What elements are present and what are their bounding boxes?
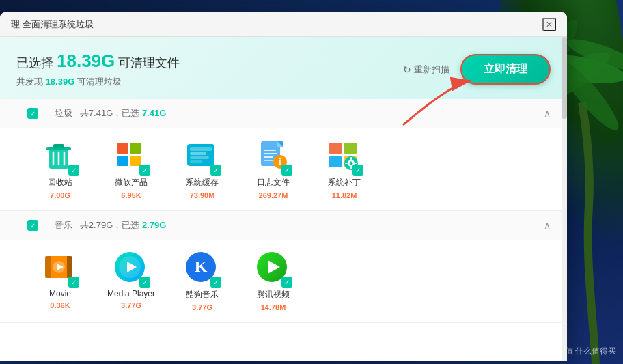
svg-text:K: K	[195, 257, 208, 275]
category-header-trash: ✓ 垃圾 共7.41G，已选 7.41G ∧	[0, 99, 567, 128]
item-name: 腾讯视频	[257, 289, 290, 300]
item-name: 微软产品	[115, 177, 148, 188]
item-size: 6.95K	[121, 191, 141, 199]
items-grid-music: ✓ Movie 0.36K	[0, 240, 567, 322]
list-item: i ✓ 日志文件 269.27M	[246, 139, 301, 199]
item-icon-log: i ✓	[255, 139, 291, 174]
cat-stats-music: 共2.79G，已选 2.79G	[80, 220, 166, 230]
svg-rect-20	[264, 150, 276, 151]
svg-rect-38	[45, 256, 51, 278]
watermark: 值 什么值得买	[565, 346, 616, 357]
svg-rect-36	[355, 163, 357, 164]
item-checkbox-movie[interactable]: ✓	[68, 277, 79, 288]
item-checkbox-kugou[interactable]: ✓	[210, 277, 221, 288]
category-checkbox[interactable]: ✓	[16, 108, 49, 119]
item-size: 11.82M	[332, 191, 357, 199]
item-size: 73.90M	[190, 191, 215, 199]
list-item: ✓ 回收站 7.00G	[33, 139, 87, 199]
item-checkbox-recycle[interactable]: ✓	[68, 165, 79, 176]
cat-name-text: 垃圾	[55, 108, 72, 118]
svg-rect-34	[350, 167, 352, 169]
item-checkbox-cache[interactable]: ✓	[210, 165, 221, 176]
header-subtitle: 共发现 18.39G 可清理垃圾	[16, 76, 180, 88]
cat-name-text: 音乐	[55, 220, 72, 230]
win-tile	[130, 143, 141, 154]
svg-rect-28	[329, 156, 342, 167]
item-checkbox-windows[interactable]: ✓	[139, 165, 150, 176]
list-item: ✓ 腾讯视频 14.78M	[246, 251, 301, 311]
category-header-left: ✓ 音乐 共2.79G，已选 2.79G	[16, 219, 166, 232]
dialog-title: 理-全面清理系统垃圾	[11, 18, 94, 31]
item-icon-movie: ✓	[42, 251, 78, 286]
category-checkbox-music[interactable]: ✓	[16, 220, 49, 231]
list-item: K ✓ 酷狗音乐 3.77G	[175, 251, 230, 311]
svg-rect-22	[264, 156, 273, 158]
item-size: 0.36K	[50, 301, 70, 309]
item-size: 269.27M	[259, 191, 288, 199]
subtitle-prefix: 共发现	[16, 76, 46, 87]
svg-rect-16	[190, 156, 209, 159]
win-tile	[117, 143, 128, 154]
category-media-music: ✓ 音乐 共2.79G，已选 2.79G ∧	[0, 211, 567, 323]
item-checkbox-log[interactable]: ✓	[281, 165, 292, 176]
list-item: ✓ Movie 0.36K	[33, 251, 87, 311]
collapse-button-music[interactable]: ∧	[544, 220, 551, 231]
item-name: 回收站	[48, 177, 72, 188]
svg-rect-35	[345, 163, 348, 164]
item-checkbox-mediaplayer[interactable]: ✓	[139, 277, 150, 288]
svg-rect-9	[53, 144, 64, 148]
svg-rect-33	[350, 157, 352, 160]
item-name: Movie	[49, 289, 71, 298]
svg-rect-17	[190, 160, 202, 163]
svg-rect-40	[67, 256, 72, 278]
items-grid-trash: ✓ 回收站 7.00G ✓	[0, 128, 567, 210]
item-checkbox-patch[interactable]: ✓	[352, 165, 363, 176]
category-name: 垃圾 共7.41G，已选 7.41G	[55, 107, 166, 120]
close-button[interactable]: ×	[542, 18, 556, 31]
scrollbar[interactable]	[562, 37, 567, 361]
svg-point-32	[350, 162, 353, 165]
item-icon-patch: ✓	[327, 139, 362, 174]
scrollbar-thumb[interactable]	[562, 37, 567, 119]
header-title: 已选择 18.39G 可清理文件	[16, 51, 180, 72]
list-item: ✓ 微软产品 6.95K	[104, 139, 158, 199]
title-bar: 理-全面清理系统垃圾 ×	[0, 12, 567, 37]
svg-rect-26	[329, 143, 342, 154]
svg-rect-23	[264, 160, 275, 161]
clean-button[interactable]: 立即清理	[460, 54, 551, 85]
subtitle-highlight: 18.39G	[46, 76, 75, 87]
item-size: 3.77G	[192, 303, 212, 311]
item-name: 日志文件	[257, 177, 290, 188]
svg-rect-27	[344, 143, 357, 154]
list-item: ✓ Media Player 3.77G	[104, 251, 158, 311]
svg-rect-14	[190, 147, 212, 151]
item-name: 系统缓存	[186, 177, 219, 188]
win-tile	[130, 156, 141, 167]
win-tile	[117, 156, 128, 167]
list-item: ✓ 系统补丁 11.82M	[317, 139, 372, 199]
category-header-left: ✓ 垃圾 共7.41G，已选 7.41G	[16, 107, 166, 120]
header-suffix: 可清理文件	[115, 56, 180, 70]
category-header-music: ✓ 音乐 共2.79G，已选 2.79G ∧	[0, 211, 567, 240]
subtitle-suffix: 可清理垃圾	[74, 76, 122, 87]
svg-rect-15	[190, 152, 206, 155]
item-checkbox-tencent[interactable]: ✓	[281, 277, 292, 288]
header-info: 已选择 18.39G 可清理文件 共发现 18.39G 可清理垃圾	[16, 51, 180, 88]
checkbox-checked-icon: ✓	[27, 108, 38, 119]
header-actions: ↻ 重新扫描 立即清理	[403, 54, 551, 85]
svg-text:i: i	[279, 157, 281, 167]
collapse-button-trash[interactable]: ∧	[544, 108, 551, 119]
item-icon-mediaplayer: ✓	[113, 251, 149, 286]
header-section: 已选择 18.39G 可清理文件 共发现 18.39G 可清理垃圾 ↻ 重新扫描…	[0, 37, 567, 99]
item-size: 14.78M	[261, 303, 286, 311]
item-icon-cache: ✓	[184, 139, 220, 174]
item-icon-recycle: ✓	[42, 139, 78, 174]
cat-stats: 共7.41G，已选 7.41G	[80, 108, 166, 118]
item-size: 7.00G	[50, 191, 70, 199]
item-size: 3.77G	[121, 301, 141, 309]
rescan-button[interactable]: ↻ 重新扫描	[403, 64, 449, 76]
checkbox-checked-icon: ✓	[27, 220, 38, 231]
item-name: 系统补丁	[328, 177, 361, 188]
svg-rect-21	[264, 153, 277, 154]
item-icon-kugou: K ✓	[184, 251, 220, 286]
